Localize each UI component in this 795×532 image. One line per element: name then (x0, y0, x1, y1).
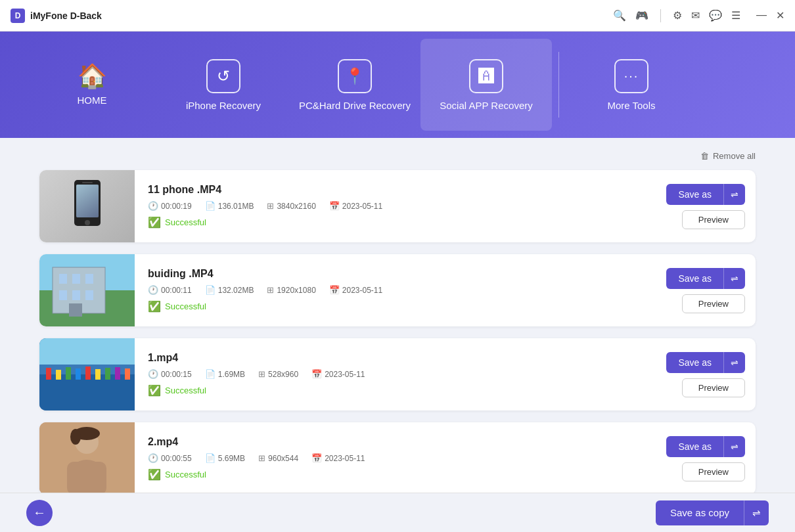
svg-rect-11 (59, 290, 67, 300)
save-as-button-1[interactable]: Save as (666, 184, 723, 205)
video-status-3: ✅ Successful (148, 384, 643, 397)
video-card-3: 1.mp4 🕐 00:00:15 📄 1.69MB ⊞ 528x960 📅 20… (39, 338, 756, 410)
more-tools-icon: ··· (614, 59, 648, 93)
minimize-button[interactable]: — (756, 9, 767, 22)
video-thumb-4 (39, 422, 135, 493)
video-meta-4: 🕐 00:00:55 📄 5.69MB ⊞ 960x544 📅 2023-05-… (148, 453, 643, 463)
remove-all-button[interactable]: 🗑 Remove all (700, 151, 756, 161)
preview-button-3[interactable]: Preview (682, 378, 745, 397)
footer: ← Save as copy ⇌ (0, 493, 795, 532)
file-icon-3: 📄 (205, 369, 216, 379)
file-icon-1: 📄 (205, 201, 216, 211)
home-icon: 🏠 (78, 64, 107, 88)
svg-rect-25 (115, 367, 120, 380)
meta-duration-4: 🕐 00:00:55 (148, 453, 192, 463)
meta-duration-1: 🕐 00:00:19 (148, 201, 192, 211)
thumb-person-img (39, 422, 135, 493)
video-meta-2: 🕐 00:00:11 📄 132.02MB ⊞ 1920x1080 📅 2023… (148, 285, 643, 295)
svg-rect-14 (69, 303, 82, 317)
preview-button-2[interactable]: Preview (682, 294, 745, 313)
nav-label-iphone: iPhone Recovery (186, 100, 261, 111)
svg-rect-21 (76, 368, 81, 380)
clock-icon-2: 🕐 (148, 285, 158, 295)
iphone-recovery-icon: ↺ (206, 59, 240, 93)
nav-item-pc-hard-drive[interactable]: 📍 PC&Hard Drive Recovery (289, 39, 420, 131)
nav-item-home[interactable]: 🏠 HOME (26, 39, 158, 131)
video-status-4: ✅ Successful (148, 468, 643, 481)
save-as-arrow-2[interactable]: ⇌ (723, 268, 745, 289)
svg-rect-20 (66, 367, 71, 380)
nav-label-more: More Tools (607, 100, 655, 111)
chat-icon[interactable]: 💬 (709, 9, 722, 22)
save-as-button-4[interactable]: Save as (666, 436, 723, 457)
video-thumb-1 (39, 170, 135, 242)
titlebar-icons: 🔍 🎮 ⚙ ✉ 💬 ☰ — ✕ (613, 9, 784, 22)
video-thumb-2 (39, 254, 135, 326)
svg-rect-3 (82, 182, 93, 183)
video-info-3: 1.mp4 🕐 00:00:15 📄 1.69MB ⊞ 528x960 📅 20… (135, 343, 656, 406)
meta-date-3: 📅 2023-05-11 (311, 369, 365, 379)
save-as-copy-button[interactable]: Save as copy (656, 500, 744, 525)
thumb-building-img (39, 254, 135, 326)
clock-icon-3: 🕐 (148, 369, 158, 379)
svg-rect-12 (72, 290, 80, 300)
save-as-row-1: Save as ⇌ (666, 184, 745, 205)
app-logo: D (11, 9, 25, 23)
video-info-2: buiding .MP4 🕐 00:00:11 📄 132.02MB ⊞ 192… (135, 259, 656, 322)
nav-item-more-tools[interactable]: ··· More Tools (566, 39, 697, 131)
svg-point-32 (70, 429, 81, 445)
nav-separator (558, 52, 559, 118)
save-as-arrow-3[interactable]: ⇌ (723, 352, 745, 373)
title-bar: D iMyFone D-Back 🔍 🎮 ⚙ ✉ 💬 ☰ — ✕ (0, 0, 795, 32)
video-card-4: 2.mp4 🕐 00:00:55 📄 5.69MB ⊞ 960x544 📅 20… (39, 422, 756, 493)
check-icon-3: ✅ (148, 384, 161, 397)
nav-item-iphone-recovery[interactable]: ↺ iPhone Recovery (158, 39, 289, 131)
video-meta-1: 🕐 00:00:19 📄 136.01MB ⊞ 3840x2160 📅 2023… (148, 201, 643, 211)
meta-size-2: 📄 132.02MB (205, 285, 254, 295)
nav-label-pc: PC&Hard Drive Recovery (299, 100, 411, 111)
svg-rect-24 (105, 368, 110, 380)
meta-resolution-3: ⊞ 528x960 (258, 369, 298, 379)
preview-button-4[interactable]: Preview (682, 462, 745, 481)
check-icon-1: ✅ (148, 216, 161, 229)
search-icon[interactable]: 🔍 (613, 9, 626, 22)
video-card-1: 11 phone .MP4 🕐 00:00:19 📄 136.01MB ⊞ 38… (39, 170, 756, 242)
settings-icon[interactable]: ⚙ (673, 9, 682, 22)
save-as-copy-arrow[interactable]: ⇌ (744, 500, 769, 525)
nav-item-social-app[interactable]: 🅰 Social APP Recovery (420, 39, 552, 131)
main-content: 🗑 Remove all (0, 138, 795, 493)
video-actions-3: Save as ⇌ Preview (656, 343, 756, 407)
save-as-row-2: Save as ⇌ (666, 268, 745, 289)
meta-size-4: 📄 5.69MB (205, 453, 245, 463)
video-thumb-3 (39, 338, 135, 410)
video-title-4: 2.mp4 (148, 436, 643, 448)
res-icon-4: ⊞ (258, 453, 265, 463)
svg-rect-30 (67, 462, 106, 493)
cal-icon-1: 📅 (329, 201, 340, 211)
trash-icon: 🗑 (700, 151, 709, 161)
check-icon-2: ✅ (148, 300, 161, 313)
save-as-button-3[interactable]: Save as (666, 352, 723, 373)
video-actions-4: Save as ⇌ Preview (656, 427, 756, 491)
discord-icon[interactable]: 🎮 (635, 9, 648, 22)
video-title-3: 1.mp4 (148, 352, 643, 364)
back-button[interactable]: ← (26, 500, 53, 526)
video-actions-2: Save as ⇌ Preview (656, 259, 756, 322)
nav-label-social: Social APP Recovery (440, 100, 532, 111)
video-meta-3: 🕐 00:00:15 📄 1.69MB ⊞ 528x960 📅 2023-05-… (148, 369, 643, 379)
save-as-arrow-1[interactable]: ⇌ (723, 184, 745, 205)
res-icon-2: ⊞ (267, 285, 274, 295)
svg-rect-17 (39, 374, 135, 410)
menu-icon[interactable]: ☰ (731, 9, 740, 22)
close-button[interactable]: ✕ (776, 9, 784, 22)
meta-resolution-4: ⊞ 960x544 (258, 453, 298, 463)
video-actions-1: Save as ⇌ Preview (656, 175, 756, 238)
save-as-arrow-4[interactable]: ⇌ (723, 436, 745, 457)
svg-rect-26 (125, 368, 130, 380)
save-as-button-2[interactable]: Save as (666, 268, 723, 289)
cal-icon-2: 📅 (329, 285, 340, 295)
meta-duration-3: 🕐 00:00:15 (148, 369, 192, 379)
app-name: iMyFone D-Back (30, 11, 613, 21)
preview-button-1[interactable]: Preview (682, 210, 745, 229)
mail-icon[interactable]: ✉ (691, 9, 700, 22)
